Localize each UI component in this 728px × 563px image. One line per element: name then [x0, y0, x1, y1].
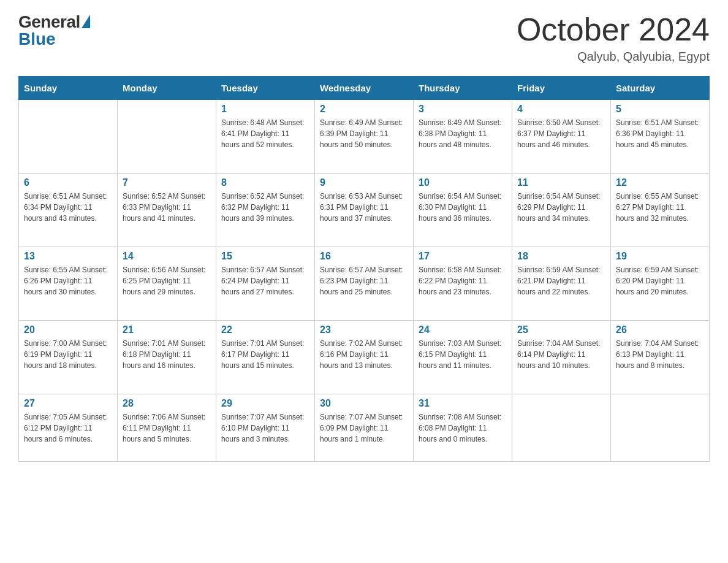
calendar-cell: 12Sunrise: 6:55 AM Sunset: 6:27 PM Dayli… [611, 174, 710, 247]
calendar-cell [512, 394, 611, 462]
day-info: Sunrise: 6:49 AM Sunset: 6:38 PM Dayligh… [419, 117, 507, 150]
calendar-cell: 11Sunrise: 6:54 AM Sunset: 6:29 PM Dayli… [512, 174, 611, 247]
day-number: 19 [616, 251, 704, 262]
day-number: 27 [24, 398, 112, 409]
calendar-cell: 23Sunrise: 7:02 AM Sunset: 6:16 PM Dayli… [315, 321, 414, 394]
calendar-week-row: 20Sunrise: 7:00 AM Sunset: 6:19 PM Dayli… [19, 321, 710, 394]
day-info: Sunrise: 6:57 AM Sunset: 6:23 PM Dayligh… [320, 264, 408, 297]
calendar-cell: 18Sunrise: 6:59 AM Sunset: 6:21 PM Dayli… [512, 247, 611, 321]
calendar-cell: 19Sunrise: 6:59 AM Sunset: 6:20 PM Dayli… [611, 247, 710, 321]
logo: General Blue [18, 12, 90, 49]
calendar-header: SundayMondayTuesdayWednesdayThursdayFrid… [19, 77, 710, 100]
calendar-cell: 28Sunrise: 7:06 AM Sunset: 6:11 PM Dayli… [118, 394, 216, 462]
calendar-cell: 6Sunrise: 6:51 AM Sunset: 6:34 PM Daylig… [19, 174, 118, 247]
day-info: Sunrise: 6:51 AM Sunset: 6:36 PM Dayligh… [616, 117, 704, 150]
day-info: Sunrise: 6:54 AM Sunset: 6:30 PM Dayligh… [419, 191, 507, 224]
calendar-table: SundayMondayTuesdayWednesdayThursdayFrid… [18, 76, 710, 462]
calendar-cell: 20Sunrise: 7:00 AM Sunset: 6:19 PM Dayli… [19, 321, 118, 394]
calendar-cell: 27Sunrise: 7:05 AM Sunset: 6:12 PM Dayli… [19, 394, 118, 462]
day-number: 4 [517, 104, 605, 115]
calendar-cell: 13Sunrise: 6:55 AM Sunset: 6:26 PM Dayli… [19, 247, 118, 321]
calendar-cell [19, 100, 118, 174]
day-info: Sunrise: 6:56 AM Sunset: 6:25 PM Dayligh… [123, 264, 211, 297]
day-number: 5 [616, 104, 704, 115]
day-info: Sunrise: 6:53 AM Sunset: 6:31 PM Dayligh… [320, 191, 408, 224]
day-number: 28 [123, 398, 211, 409]
calendar-cell: 31Sunrise: 7:08 AM Sunset: 6:08 PM Dayli… [414, 394, 512, 462]
day-info: Sunrise: 7:01 AM Sunset: 6:17 PM Dayligh… [221, 338, 309, 371]
day-number: 9 [320, 177, 408, 188]
day-number: 14 [123, 251, 211, 262]
day-info: Sunrise: 7:02 AM Sunset: 6:16 PM Dayligh… [320, 338, 408, 371]
day-info: Sunrise: 6:50 AM Sunset: 6:37 PM Dayligh… [517, 117, 605, 150]
header-day-wednesday: Wednesday [315, 77, 414, 100]
day-number: 16 [320, 251, 408, 262]
day-info: Sunrise: 6:59 AM Sunset: 6:21 PM Dayligh… [517, 264, 605, 297]
logo-triangle-icon [82, 15, 90, 28]
calendar-cell: 17Sunrise: 6:58 AM Sunset: 6:22 PM Dayli… [414, 247, 512, 321]
header-day-thursday: Thursday [414, 77, 512, 100]
day-number: 21 [123, 324, 211, 335]
calendar-cell: 14Sunrise: 6:56 AM Sunset: 6:25 PM Dayli… [118, 247, 216, 321]
day-number: 23 [320, 324, 408, 335]
day-info: Sunrise: 7:01 AM Sunset: 6:18 PM Dayligh… [123, 338, 211, 371]
header-day-friday: Friday [512, 77, 611, 100]
calendar-week-row: 13Sunrise: 6:55 AM Sunset: 6:26 PM Dayli… [19, 247, 710, 321]
calendar-cell: 9Sunrise: 6:53 AM Sunset: 6:31 PM Daylig… [315, 174, 414, 247]
day-number: 7 [123, 177, 211, 188]
day-number: 22 [221, 324, 309, 335]
day-info: Sunrise: 6:49 AM Sunset: 6:39 PM Dayligh… [320, 117, 408, 150]
day-number: 24 [419, 324, 507, 335]
calendar-cell: 7Sunrise: 6:52 AM Sunset: 6:33 PM Daylig… [118, 174, 216, 247]
day-info: Sunrise: 6:48 AM Sunset: 6:41 PM Dayligh… [221, 117, 309, 150]
day-info: Sunrise: 6:57 AM Sunset: 6:24 PM Dayligh… [221, 264, 309, 297]
calendar-cell: 24Sunrise: 7:03 AM Sunset: 6:15 PM Dayli… [414, 321, 512, 394]
calendar-week-row: 27Sunrise: 7:05 AM Sunset: 6:12 PM Dayli… [19, 394, 710, 462]
day-info: Sunrise: 7:07 AM Sunset: 6:10 PM Dayligh… [221, 412, 309, 445]
day-number: 31 [419, 398, 507, 409]
day-info: Sunrise: 7:08 AM Sunset: 6:08 PM Dayligh… [419, 412, 507, 445]
day-info: Sunrise: 6:58 AM Sunset: 6:22 PM Dayligh… [419, 264, 507, 297]
day-number: 13 [24, 251, 112, 262]
logo-blue-text: Blue [18, 29, 56, 49]
day-info: Sunrise: 6:59 AM Sunset: 6:20 PM Dayligh… [616, 264, 704, 297]
header-row: SundayMondayTuesdayWednesdayThursdayFrid… [19, 77, 710, 100]
day-number: 26 [616, 324, 704, 335]
day-number: 30 [320, 398, 408, 409]
header-day-saturday: Saturday [611, 77, 710, 100]
day-info: Sunrise: 7:06 AM Sunset: 6:11 PM Dayligh… [123, 412, 211, 445]
calendar-cell: 26Sunrise: 7:04 AM Sunset: 6:13 PM Dayli… [611, 321, 710, 394]
day-info: Sunrise: 6:51 AM Sunset: 6:34 PM Dayligh… [24, 191, 112, 224]
day-info: Sunrise: 7:07 AM Sunset: 6:09 PM Dayligh… [320, 412, 408, 445]
title-section: October 2024 Qalyub, Qalyubia, Egypt [517, 12, 710, 64]
calendar-cell: 4Sunrise: 6:50 AM Sunset: 6:37 PM Daylig… [512, 100, 611, 174]
day-number: 2 [320, 104, 408, 115]
day-info: Sunrise: 6:52 AM Sunset: 6:32 PM Dayligh… [221, 191, 309, 224]
calendar-week-row: 6Sunrise: 6:51 AM Sunset: 6:34 PM Daylig… [19, 174, 710, 247]
calendar-cell [118, 100, 216, 174]
calendar-cell: 30Sunrise: 7:07 AM Sunset: 6:09 PM Dayli… [315, 394, 414, 462]
page-header: General Blue October 2024 Qalyub, Qalyub… [18, 12, 710, 64]
calendar-cell: 25Sunrise: 7:04 AM Sunset: 6:14 PM Dayli… [512, 321, 611, 394]
day-info: Sunrise: 7:04 AM Sunset: 6:13 PM Dayligh… [616, 338, 704, 371]
day-number: 15 [221, 251, 309, 262]
calendar-cell: 3Sunrise: 6:49 AM Sunset: 6:38 PM Daylig… [414, 100, 512, 174]
calendar-body: 1Sunrise: 6:48 AM Sunset: 6:41 PM Daylig… [19, 100, 710, 462]
header-day-sunday: Sunday [19, 77, 118, 100]
calendar-cell: 22Sunrise: 7:01 AM Sunset: 6:17 PM Dayli… [216, 321, 315, 394]
day-number: 8 [221, 177, 309, 188]
calendar-cell: 8Sunrise: 6:52 AM Sunset: 6:32 PM Daylig… [216, 174, 315, 247]
day-info: Sunrise: 7:05 AM Sunset: 6:12 PM Dayligh… [24, 412, 112, 445]
day-number: 6 [24, 177, 112, 188]
month-title: October 2024 [517, 12, 710, 47]
calendar-cell: 10Sunrise: 6:54 AM Sunset: 6:30 PM Dayli… [414, 174, 512, 247]
day-number: 20 [24, 324, 112, 335]
day-number: 18 [517, 251, 605, 262]
day-info: Sunrise: 6:54 AM Sunset: 6:29 PM Dayligh… [517, 191, 605, 224]
day-info: Sunrise: 7:03 AM Sunset: 6:15 PM Dayligh… [419, 338, 507, 371]
day-info: Sunrise: 6:52 AM Sunset: 6:33 PM Dayligh… [123, 191, 211, 224]
day-number: 1 [221, 104, 309, 115]
day-number: 3 [419, 104, 507, 115]
calendar-week-row: 1Sunrise: 6:48 AM Sunset: 6:41 PM Daylig… [19, 100, 710, 174]
day-number: 29 [221, 398, 309, 409]
